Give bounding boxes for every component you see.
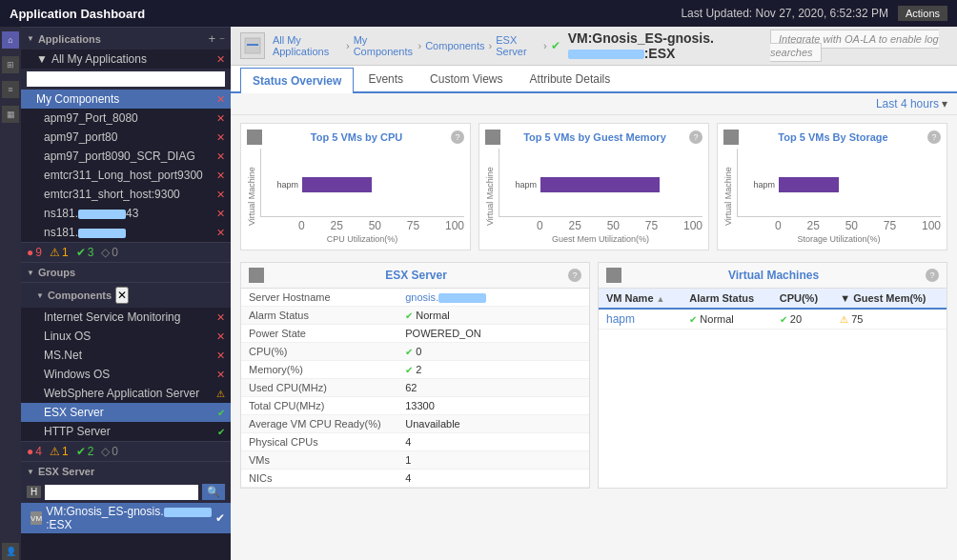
nav-item-ns181-1[interactable]: ns181.43 ✕ [21, 204, 231, 223]
table-row: Average VM CPU Ready(%) Unavailable [241, 415, 589, 433]
item-close-1[interactable]: ✕ [216, 131, 225, 144]
group-close-3[interactable]: ✕ [216, 369, 225, 381]
nav-item-apm97-diag[interactable]: apm97_port8090_SCR_DIAG ✕ [21, 147, 231, 166]
item-label: emtcr311_Long_host_port9300 [44, 169, 203, 182]
group-http-server[interactable]: HTTP Server ✔ [21, 422, 231, 441]
item-close-2[interactable]: ✕ [216, 150, 225, 163]
bar-fill-hapm-storage [779, 177, 839, 192]
nav-item-emtcr311-short[interactable]: emtcr311_short_host:9300 ✕ [21, 185, 231, 204]
breadcrumb-my-components[interactable]: My Components [354, 34, 415, 57]
col-vm-name[interactable]: VM Name ▲ [599, 289, 682, 309]
status-check-icon: ✔ [551, 39, 560, 52]
time-filter-label[interactable]: Last 4 hours [876, 97, 939, 110]
table-row: hapm ✔ Normal ✔ 20 ⚠ 75 [599, 309, 947, 330]
my-components-item[interactable]: My Components ✕ [21, 90, 231, 109]
item-label: emtcr311_short_host:9300 [44, 188, 180, 201]
my-components-close-button[interactable]: ✕ [216, 93, 225, 106]
row-label-hostname: Server Hostname [241, 289, 397, 307]
nav-search-input[interactable] [27, 71, 225, 87]
grid-icon[interactable]: ⊞ [2, 56, 19, 73]
esx-search-button[interactable]: 🔍 [202, 484, 225, 500]
chart-cpu-help-icon[interactable]: ? [451, 130, 464, 144]
group-close-2[interactable]: ✕ [216, 350, 225, 362]
vm-panel-help-icon[interactable]: ? [926, 269, 939, 282]
svg-marker-5 [251, 270, 262, 281]
tab-custom-views[interactable]: Custom Views [417, 66, 515, 91]
group-ms-net[interactable]: MS.Net ✕ [21, 346, 231, 365]
host-item[interactable]: VM VM:Gnosis_ES-gnosis.:ESX ✔ [21, 503, 231, 533]
actions-button[interactable]: Actions [898, 6, 947, 21]
col-cpu[interactable]: CPU(%) [772, 289, 832, 309]
item-label: apm97_port8090_SCR_DIAG [44, 150, 195, 163]
item-close-6[interactable]: ✕ [216, 227, 225, 239]
chart-icon[interactable]: ▦ [2, 106, 19, 123]
groups-triangle: ▼ [27, 269, 34, 277]
nav-item-apm97-port80[interactable]: apm97_port80 ✕ [21, 128, 231, 147]
search-bar [21, 69, 231, 90]
log-search-text[interactable]: Integrate with OA-LA to enable log searc… [770, 30, 939, 62]
groups-section-header[interactable]: ▼ Groups [21, 262, 231, 282]
esx-search-input[interactable] [45, 485, 198, 500]
x-tick-m0: 0 [537, 219, 543, 232]
item-close-4[interactable]: ✕ [216, 189, 225, 201]
group-esx-server[interactable]: ESX Server ✔ [21, 403, 231, 422]
all-my-applications-item[interactable]: ▼ All My Applications ✕ [21, 50, 231, 69]
chart-cpu-body: Virtual Machine hapm [247, 149, 464, 244]
bar-label-hapm-storage: hapm [742, 180, 775, 190]
chart-cpu-title: Top 5 VMs by CPU [266, 131, 447, 143]
table-row: Memory(%) ✔ 2 [241, 361, 589, 379]
nav-item-apm97-port8080[interactable]: apm97_Port_8080 ✕ [21, 109, 231, 128]
chart-cpu-y-label: Virtual Machine [247, 149, 260, 244]
add-application-button[interactable]: + [209, 31, 216, 46]
row-val-usedcpu: 62 [397, 379, 589, 397]
nav-item-emtcr311-long[interactable]: emtcr311_Long_host_port9300 ✕ [21, 166, 231, 185]
esx-panel-help-icon[interactable]: ? [568, 269, 581, 282]
row-val-hostname: gnosis. [397, 289, 589, 307]
minus-application-button[interactable]: − [219, 33, 225, 44]
breadcrumb-bar: All My Applications › My Components › Co… [231, 27, 957, 66]
all-apps-close-button[interactable]: ✕ [216, 53, 225, 66]
row-label-mem: Memory(%) [241, 361, 397, 379]
item-close-5[interactable]: ✕ [216, 208, 225, 220]
esx-detail-table: Server Hostname gnosis. Alarm Status ✔ N… [241, 289, 589, 488]
group-windows-os[interactable]: Windows OS ✕ [21, 365, 231, 384]
bar-row-hapm-cpu: hapm [265, 177, 464, 192]
components-close-button[interactable]: ✕ [115, 287, 129, 304]
breadcrumb-components[interactable]: Components [425, 40, 484, 51]
chart-storage-y-label: Virtual Machine [723, 149, 737, 244]
check-icon-esx: ✔ [217, 408, 225, 418]
components-subsection-header[interactable]: ▼ Components ✕ [21, 282, 231, 308]
col-guest-mem[interactable]: ▼ Guest Mem(%) [832, 289, 947, 309]
nav-item-ns181-2[interactable]: ns181. ✕ [21, 223, 231, 242]
group-internet-service[interactable]: Internet Service Monitoring ✕ [21, 308, 231, 327]
tab-events[interactable]: Events [356, 66, 416, 91]
chart-mem-help-icon[interactable]: ? [689, 130, 702, 144]
chart-mem-body: Virtual Machine hapm [485, 149, 702, 244]
item-close-0[interactable]: ✕ [216, 112, 225, 125]
chart-storage-title: Top 5 VMs By Storage [743, 131, 924, 143]
groups-label: Groups [38, 267, 75, 278]
tab-status-overview[interactable]: Status Overview [240, 68, 354, 93]
group-linux-os[interactable]: Linux OS ✕ [21, 327, 231, 346]
esx-section-header[interactable]: ▼ ESX Server [21, 461, 231, 481]
layers-icon[interactable]: ≡ [2, 81, 19, 98]
time-filter-bar: Last 4 hours ▾ [231, 93, 957, 115]
row-label-cpu: CPU(%) [241, 343, 397, 361]
applications-section-header[interactable]: ▼ Applications + − [21, 27, 231, 50]
chart-storage-help-icon[interactable]: ? [927, 130, 941, 144]
x-tick-75: 75 [407, 219, 419, 232]
home-icon[interactable]: ⌂ [2, 31, 19, 49]
vm-cpu-cell: ✔ 20 [772, 309, 832, 330]
group-close-0[interactable]: ✕ [216, 311, 225, 324]
item-close-3[interactable]: ✕ [216, 170, 225, 182]
vm-alarm-check: ✔ [689, 314, 697, 325]
group-websphere[interactable]: WebSphere Application Server ⚠ [21, 384, 231, 403]
col-alarm-status[interactable]: Alarm Status [682, 289, 771, 309]
breadcrumb-all-apps[interactable]: All My Applications [273, 34, 342, 57]
breadcrumb-esx[interactable]: ESX Server [496, 34, 540, 57]
user-icon[interactable]: 👤 [2, 543, 19, 560]
time-filter-arrow: ▾ [942, 97, 947, 110]
tab-attribute-details[interactable]: Attribute Details [518, 66, 623, 91]
vm-name-link-hapm[interactable]: hapm [606, 312, 635, 326]
group-close-1[interactable]: ✕ [216, 330, 225, 343]
